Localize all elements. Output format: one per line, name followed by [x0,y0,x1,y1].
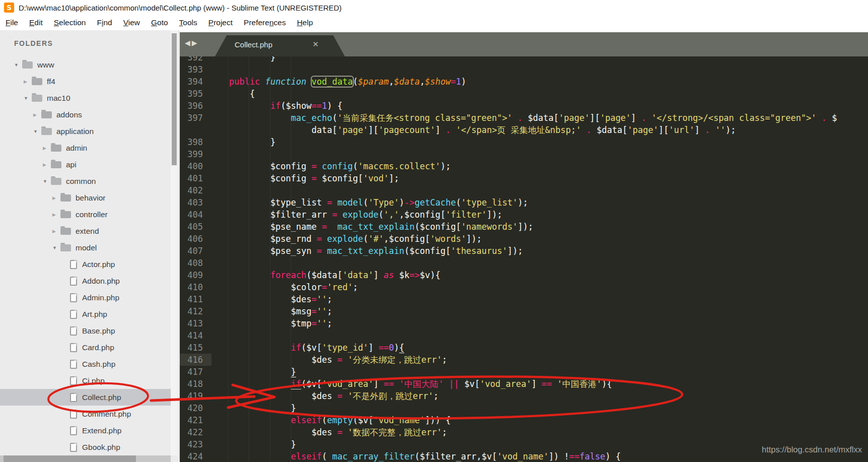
tree-item-ff4[interactable]: ▶ff4 [0,73,171,90]
code-line-399[interactable]: 399 [180,148,868,160]
code-line-422[interactable]: 422 $des = '数据不完整，跳过err'; [180,426,868,438]
triangle-expanded-icon[interactable]: ▼ [33,129,41,134]
code-view[interactable]: 392 }393394public function vod_data($par… [180,56,868,462]
folder-icon [51,161,61,168]
tree-item-art-php[interactable]: Art.php [0,306,171,322]
tree-item-actor-php[interactable]: Actor.php [0,256,171,273]
menu-item-project[interactable]: Project [203,18,238,27]
tree-item-api[interactable]: ▶api [0,156,171,173]
triangle-collapsed-icon[interactable]: ▶ [52,229,60,234]
code-line-413[interactable]: 413 $tmp=''; [180,317,868,329]
code-line-418[interactable]: 418 if($v['vod_area'] == '中国大陆' || $v['v… [180,378,868,390]
triangle-collapsed-icon[interactable]: ▶ [52,212,60,217]
tree-item-common[interactable]: ▼common [0,173,171,189]
line-number: 405 [180,221,211,233]
tab-collect-php-content[interactable]: Collect.php ✕ [215,35,345,56]
code-line-410[interactable]: 410 $color='red'; [180,281,868,293]
code-line-wrap[interactable]: data['page']['pagecount'] . '</span>页 采集… [180,124,868,136]
code-line-419[interactable]: 419 $des = '不是外剧，跳过err'; [180,390,868,402]
triangle-collapsed-icon[interactable]: ▶ [24,79,32,84]
code-line-416[interactable]: 416 $des = '分类未绑定，跳过err'; [180,354,868,366]
code-line-402[interactable]: 402 [180,184,868,196]
menu-item-goto[interactable]: Goto [146,18,174,27]
nav-forward-icon[interactable]: ▶ [192,39,199,47]
code-line-404[interactable]: 404 $filter_arr = explode(',',$config['f… [180,209,868,221]
triangle-collapsed-icon[interactable]: ▶ [52,195,60,201]
code-line-417[interactable]: 417 } [180,366,868,378]
code-line-407[interactable]: 407 $pse_syn = mac_txt_explain($config['… [180,245,868,257]
menu-item-preferences[interactable]: Preferences [238,18,292,27]
code-line-403[interactable]: 403 $type_list = model('Type')->getCache… [180,196,868,209]
code-line-421[interactable]: 421 elseif(empty($v['vod_name'])) { [180,414,868,426]
code-line-394[interactable]: 394public function vod_data($param,$data… [180,76,868,88]
code-line-398[interactable]: 398 } [180,136,868,148]
code-line-405[interactable]: 405 $pse_name = mac_txt_explain($config[… [180,221,868,233]
triangle-expanded-icon[interactable]: ▼ [14,62,22,68]
line-number: 397 [180,112,211,124]
tree-item-www[interactable]: ▼www [0,56,171,73]
tree-item-cash-php[interactable]: Cash.php [0,356,171,372]
triangle-expanded-icon[interactable]: ▼ [52,245,60,250]
code-line-396[interactable]: 396 if($show==1) { [180,100,868,112]
tree-item-gbook-php[interactable]: Gbook.php [0,439,171,455]
tree-item-label: Collect.php [82,393,121,402]
code-line-395[interactable]: 395 { [180,88,868,100]
code-text: $filter_arr = explode(',',$config['filte… [211,209,502,221]
file-icon [70,426,77,435]
menu-item-tools[interactable]: Tools [174,18,203,27]
tree-item-model[interactable]: ▼model [0,239,171,256]
triangle-collapsed-icon[interactable]: ▶ [43,162,51,167]
tree-item-label: Addon.php [82,277,120,286]
tree-item-collect-php[interactable]: Collect.php [0,389,171,406]
folder-icon [60,244,71,251]
line-number: 398 [180,136,211,148]
code-line-409[interactable]: 409 foreach($data['data'] as $k=>$v){ [180,269,868,281]
menu-item-file[interactable]: File [0,18,24,27]
tree-item-extend[interactable]: ▶extend [0,223,171,239]
code-line-408[interactable]: 408 [180,257,868,269]
menu-item-view[interactable]: View [118,18,146,27]
triangle-expanded-icon[interactable]: ▼ [24,96,32,101]
tree-item-cj-php[interactable]: Cj.php [0,372,171,389]
tree-item-admin[interactable]: ▶admin [0,140,171,156]
tab-close-icon[interactable]: ✕ [312,40,319,49]
menu-item-help[interactable]: Help [292,18,319,27]
tree-item-comment-php[interactable]: Comment.php [0,406,171,422]
tree-item-extend-php[interactable]: Extend.php [0,422,171,439]
code-line-411[interactable]: 411 $des=''; [180,293,868,305]
code-line-400[interactable]: 400 $config = config('maccms.collect'); [180,160,868,172]
menu-item-edit[interactable]: Edit [24,18,48,27]
tree-item-mac10[interactable]: ▼mac10 [0,90,171,106]
code-line-406[interactable]: 406 $pse_rnd = explode('#',$config['word… [180,233,868,245]
code-line-414[interactable]: 414 [180,329,868,342]
tree-item-card-php[interactable]: Card.php [0,339,171,356]
nav-back-icon[interactable]: ◀ [185,39,192,47]
menu-item-selection[interactable]: Selection [48,18,92,27]
code-line-412[interactable]: 412 $msg=''; [180,305,868,317]
tab-nav-arrows[interactable]: ◀▶ [185,39,199,47]
tree-item-behavior[interactable]: ▶behavior [0,189,171,206]
code-line-392[interactable]: 392 } [180,56,868,63]
code-text: if($show==1) { [211,100,342,112]
tree-item-application[interactable]: ▼application [0,123,171,140]
code-line-420[interactable]: 420 } [180,402,868,414]
triangle-collapsed-icon[interactable]: ▶ [43,146,51,151]
code-line-415[interactable]: 415 if($v['type_id'] ==0){ [180,342,868,354]
tree-item-label: www [37,60,54,70]
triangle-collapsed-icon[interactable]: ▶ [33,112,41,117]
tree-item-addon-php[interactable]: Addon.php [0,273,171,289]
tree-item-addons[interactable]: ▶addons [0,106,171,123]
editor-area: ◀▶ Collect.php ✕ 392 }393394public funct… [180,30,868,462]
triangle-expanded-icon[interactable]: ▼ [43,179,51,184]
sidebar-vertical-scrollbar-thumb[interactable] [172,33,177,165]
tree-item-controller[interactable]: ▶controller [0,206,171,223]
tab-label[interactable]: Collect.php [235,40,272,49]
menu-item-find[interactable]: Find [91,18,117,27]
tree-item-base-php[interactable]: Base.php [0,322,171,339]
code-line-397[interactable]: 397 mac_echo('当前采集任务<strong class="green… [180,112,868,124]
tree-item-admin-php[interactable]: Admin.php [0,289,171,306]
line-number: 399 [180,148,211,160]
code-line-393[interactable]: 393 [180,63,868,76]
sidebar-horizontal-scrollbar-thumb[interactable] [4,455,136,462]
code-line-401[interactable]: 401 $config = $config['vod']; [180,172,868,184]
